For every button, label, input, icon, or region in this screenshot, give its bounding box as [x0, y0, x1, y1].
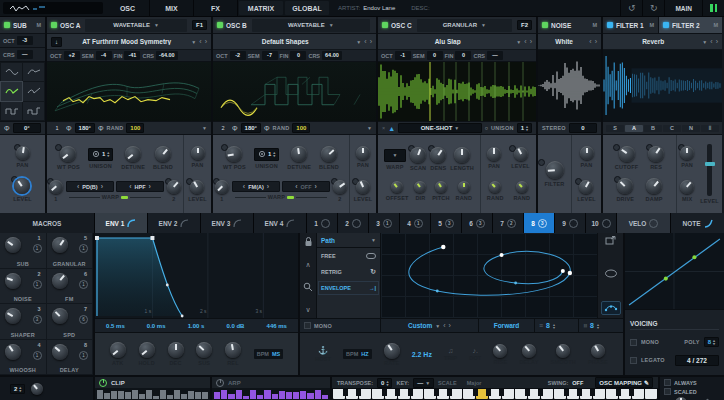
macro-whoosh[interactable]: 41WHOOSH	[0, 340, 47, 376]
knob[interactable]	[110, 342, 126, 358]
sub-crs-value[interactable]: —	[17, 50, 33, 59]
env-dec-knob[interactable]: DEC	[168, 342, 184, 366]
stepper-icon[interactable]: ▴▾	[273, 151, 275, 157]
osc-a-warp1-knob[interactable]: 1	[49, 180, 63, 202]
step-bar[interactable]	[221, 390, 227, 399]
osc-a-mode-dropdown[interactable]: WAVETABLE▼	[85, 19, 187, 32]
lfo-dotted-toggle[interactable]: ♪.DOT	[469, 347, 481, 361]
osc-b-pan-knob[interactable]: PAN	[356, 146, 370, 168]
step-bar[interactable]	[236, 390, 242, 399]
step-bar[interactable]	[272, 394, 278, 400]
knob[interactable]	[5, 308, 21, 324]
osc-a-phase-value[interactable]: 180°	[75, 123, 95, 133]
macro-shaper[interactable]: 33SHAPER	[0, 304, 47, 340]
lfo-grid-rows-stepper[interactable]: ≡8▴▾	[535, 319, 579, 332]
scaled-checkbox[interactable]	[664, 388, 671, 395]
piano-key-black[interactable]	[564, 389, 569, 396]
redo-icon[interactable]: ↻	[642, 0, 664, 16]
osc-b-sem-value[interactable]: -7	[262, 51, 278, 60]
osc-c-offset-knob[interactable]: OFFSET	[386, 181, 409, 201]
path-tool-icon[interactable]	[601, 301, 621, 315]
osc-a-phase-rand-value[interactable]: 100	[126, 123, 144, 133]
knob[interactable]	[52, 273, 68, 289]
piano-key-black[interactable]	[395, 389, 400, 396]
loop-icon[interactable]: ○	[485, 125, 488, 131]
osc-a-detune-knob[interactable]: DETUNE	[121, 146, 145, 170]
lfo-rise-knob[interactable]: RISE	[493, 344, 507, 365]
tab-env-3[interactable]: ENV 3	[201, 213, 254, 233]
osc-c-sample-display[interactable]	[378, 62, 536, 121]
tab-env-2[interactable]: ENV 2	[148, 213, 201, 233]
step-bar[interactable]	[264, 390, 270, 399]
knob[interactable]	[546, 161, 564, 179]
tab-mix[interactable]: MIX	[150, 0, 194, 16]
env-dec-value[interactable]: 1.00 s	[188, 323, 205, 329]
main-menu-button[interactable]: MAIN	[664, 0, 702, 16]
lfo-mono-toggle[interactable]: MONO	[300, 319, 381, 332]
warp-slider-handle[interactable]	[121, 196, 128, 199]
step-bar[interactable]	[111, 391, 117, 399]
sub-phase-value[interactable]: 0°	[13, 123, 41, 133]
filter-2-mute[interactable]: M	[713, 22, 718, 28]
env-atk-knob[interactable]: ATK	[110, 342, 126, 366]
osc-c-level-knob[interactable]: LEVEL	[511, 147, 530, 169]
checkbox-icon[interactable]	[304, 322, 311, 329]
osc-a-filter-route[interactable]: F1	[192, 20, 207, 30]
sub-shape-selected[interactable]	[1, 82, 22, 100]
legato-checkbox[interactable]	[630, 357, 637, 364]
prev-icon[interactable]: ‹	[77, 184, 79, 190]
piano-key-black[interactable]	[577, 389, 582, 396]
unison-stack-icon[interactable]: 1▴▾	[254, 148, 279, 161]
step-bar[interactable]	[286, 392, 292, 399]
osc-c-dir-knob[interactable]: DIR	[414, 181, 426, 201]
tab-global[interactable]: GLOBAL	[285, 1, 329, 15]
lfo-grid-cols-stepper[interactable]: ≡8▴▾	[579, 319, 623, 332]
osc-c-pitch-knob[interactable]: PITCH	[432, 181, 450, 201]
osc-a-warp-y-selector[interactable]: ‹HPF›	[116, 181, 164, 192]
osc-a-crs-value[interactable]: -64.00	[156, 51, 178, 60]
osc-b-mode-dropdown[interactable]: WAVETABLE▼	[252, 19, 370, 32]
osc-b-phase-rand-value[interactable]: 100	[292, 123, 310, 133]
lfo-path-dropdown[interactable]: Path▼	[317, 233, 380, 248]
sub-power-led[interactable]	[4, 22, 10, 28]
piano-key-black[interactable]	[538, 389, 543, 396]
step-bar[interactable]	[257, 395, 263, 399]
knob[interactable]	[487, 147, 501, 161]
sub-pan-knob[interactable]: PAN	[16, 146, 30, 168]
filter-mix-knob[interactable]: MIX	[680, 180, 694, 202]
lfo-rate-knob[interactable]: RATE	[384, 343, 400, 366]
prev-preset-icon[interactable]: ‹	[524, 39, 526, 45]
osc-c-warp-dropdown[interactable]: ▼WARP	[384, 149, 406, 170]
zoom-icon[interactable]	[303, 282, 313, 292]
knob[interactable]	[225, 342, 241, 358]
prev-icon[interactable]: ‹	[443, 323, 445, 329]
piano-key-black[interactable]	[499, 389, 504, 396]
env1-display[interactable]: 1 s2 s3 s	[95, 233, 298, 318]
filter-response-display[interactable]	[603, 50, 722, 121]
knob[interactable]	[191, 146, 205, 160]
lfo-host-sync[interactable]: ⚓HOST	[315, 346, 331, 362]
osc-b-warp2-knob[interactable]: 2	[333, 180, 347, 202]
noise-waveform-display[interactable]	[538, 50, 601, 121]
lfo-direction-dropdown[interactable]: Forward	[479, 319, 535, 332]
sub-shape-pulse[interactable]	[23, 102, 44, 120]
lfo-delay-knob[interactable]: DELAY	[519, 344, 538, 365]
osc-c-preset-name[interactable]: Alu Slap	[382, 38, 513, 45]
chevron-down-icon[interactable]: ∨	[305, 306, 310, 314]
osc-c-sem-value[interactable]: 0	[427, 51, 443, 60]
piano-key-black[interactable]	[473, 389, 478, 396]
pause-icon[interactable]	[702, 0, 724, 16]
osc-a-fin-value[interactable]: -41	[124, 51, 140, 60]
octave-stepper[interactable]: 2▴▾	[10, 384, 25, 394]
step-bar[interactable]	[139, 394, 145, 399]
filter-route-a[interactable]: A	[625, 125, 643, 132]
macro-fm[interactable]: 61FM	[47, 269, 94, 305]
knob[interactable]	[226, 146, 242, 162]
glide-knob[interactable]	[31, 383, 43, 395]
knob[interactable]	[321, 146, 337, 162]
undo-icon[interactable]: ↺	[620, 0, 642, 16]
env-time-mode-toggle[interactable]: BPMMS	[254, 349, 283, 359]
env-rel-knob[interactable]: REL	[225, 342, 241, 366]
chevron-down-icon[interactable]: ▼	[702, 39, 707, 45]
chevron-down-icon[interactable]: ▼	[516, 39, 521, 45]
